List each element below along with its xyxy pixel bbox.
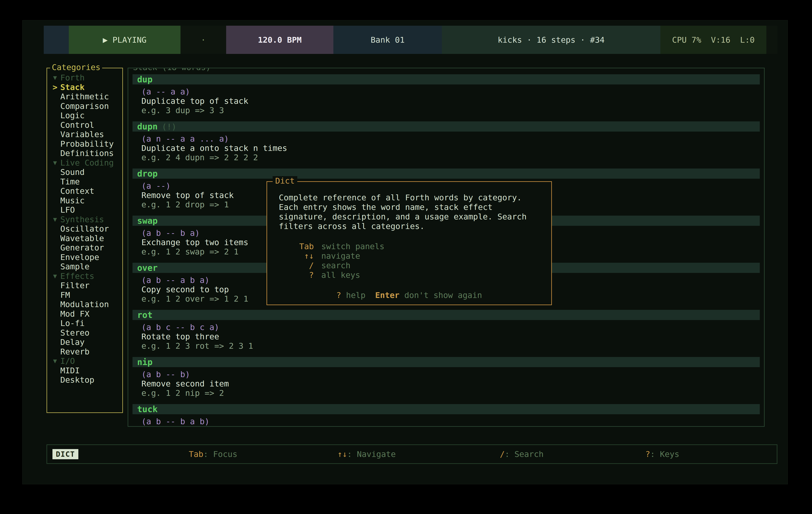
dialog-body-line: Complete reference of all Forth words by… xyxy=(279,193,543,203)
hint-focus: Tab: Focus xyxy=(189,445,237,463)
shortcut-key: / xyxy=(267,261,314,270)
sidebar-item-wavetable[interactable]: Wavetable xyxy=(47,234,122,243)
word-description: Remove second item xyxy=(133,379,760,388)
stack-effect: (a -- a a) xyxy=(133,87,760,96)
sidebar-item-envelope[interactable]: Envelope xyxy=(47,252,122,262)
word-entry-nip[interactable]: nip (a b -- b) Remove second item e.g. 1… xyxy=(133,357,760,398)
word-example: e.g. 1 2 3 rot => 2 3 1 xyxy=(133,341,760,351)
sidebar-item-time[interactable]: Time xyxy=(47,177,122,186)
sidebar-item-desktop[interactable]: Desktop xyxy=(47,375,122,385)
sidebar-item-lo-fi[interactable]: Lo-fi xyxy=(47,319,122,328)
word-name: nip xyxy=(137,357,152,367)
shortcut-desc: search xyxy=(321,261,350,270)
word-example: e.g. 2 4 dupn => 2 2 2 2 xyxy=(133,153,760,162)
shortcut-row: Tabswitch panels xyxy=(267,242,551,251)
stack-effect: (a b -- b) xyxy=(133,370,760,379)
selection-arrow-icon: > xyxy=(51,83,59,92)
sidebar-item-control[interactable]: Control xyxy=(47,120,122,130)
word-header: dupn(!) xyxy=(133,121,760,131)
shortcut-row: ↑↓navigate xyxy=(267,251,551,261)
word-name: dupn xyxy=(137,122,157,131)
sidebar-item-sample[interactable]: Sample xyxy=(47,262,122,271)
sidebar-item-delay[interactable]: Delay xyxy=(47,337,122,347)
sidebar-section-effects[interactable]: ▼Effects xyxy=(47,271,122,281)
shortcut-key: ? xyxy=(267,270,314,280)
dict-help-dialog: Dict Complete reference of all Forth wor… xyxy=(266,181,552,305)
word-name: drop xyxy=(137,169,157,179)
stack-effect: (a n -- a a ... a) xyxy=(133,134,760,144)
sidebar-section-io[interactable]: ▼I/O xyxy=(47,356,122,366)
top-status-bar: ▶ PLAYING · 120.0 BPM Bank 01 kicks · 16… xyxy=(44,26,777,54)
dialog-body: Complete reference of all Forth words by… xyxy=(279,193,543,231)
sidebar-item-fm[interactable]: FM xyxy=(47,290,122,300)
hint-keys: ?: Keys xyxy=(645,445,679,463)
dialog-body-line: filters across all categories. xyxy=(279,221,543,231)
beat-tick-indicator: · xyxy=(180,26,226,54)
word-header: nip xyxy=(133,357,760,367)
app-window: ▶ PLAYING · 120.0 BPM Bank 01 kicks · 16… xyxy=(22,20,788,484)
bank-display: Bank 01 xyxy=(334,26,442,54)
word-example: e.g. 1 2 nip => 2 xyxy=(133,388,760,398)
sidebar-item-mod-fx[interactable]: Mod FX xyxy=(47,309,122,319)
hint-search: /: Search xyxy=(500,445,544,463)
caret-down-icon: ▼ xyxy=(51,215,59,224)
dialog-footer: ? help Enter don't show again xyxy=(267,291,551,300)
categories-list: ▼Forth >Stack Arithmetic Comparison Logi… xyxy=(47,73,122,385)
categories-panel: Categories ▼Forth >Stack Arithmetic Comp… xyxy=(47,68,123,413)
sidebar-section-synthesis[interactable]: ▼Synthesis xyxy=(47,215,122,224)
dialog-title: Dict xyxy=(273,176,297,185)
stack-effect: (a b c -- b c a) xyxy=(133,323,760,332)
bottom-status-bar: DICT Tab: Focus ↑↓: Navigate /: Search ?… xyxy=(47,444,777,464)
sidebar-item-lfo[interactable]: LFO xyxy=(47,205,122,215)
word-header: drop xyxy=(133,169,760,179)
transport-status: ▶ PLAYING xyxy=(69,26,180,54)
word-name: swap xyxy=(137,216,157,225)
word-example: e.g. 3 dup => 3 3 xyxy=(133,106,760,115)
sidebar-item-definitions[interactable]: Definitions xyxy=(47,149,122,158)
caret-down-icon: ▼ xyxy=(51,158,59,168)
sidebar-item-stereo[interactable]: Stereo xyxy=(47,328,122,338)
sidebar-item-generator[interactable]: Generator xyxy=(47,243,122,252)
sidebar-item-variables[interactable]: Variables xyxy=(47,130,122,139)
topbar-filler xyxy=(766,26,777,54)
sidebar-section-live-coding[interactable]: ▼Live Coding xyxy=(47,158,122,168)
mode-badge: DICT xyxy=(53,445,78,463)
word-header: tuck xyxy=(133,404,760,414)
sidebar-item-modulation[interactable]: Modulation xyxy=(47,300,122,309)
sidebar-item-context[interactable]: Context xyxy=(47,186,122,196)
word-description: Duplicate a onto stack n times xyxy=(133,144,760,153)
word-entry-tuck[interactable]: tuck (a b -- b a b) xyxy=(133,404,760,426)
sidebar-item-arithmetic[interactable]: Arithmetic xyxy=(47,92,122,101)
sidebar-item-comparison[interactable]: Comparison xyxy=(47,101,122,111)
sidebar-section-forth[interactable]: ▼Forth xyxy=(47,73,122,83)
dialog-body-line: signature, description, and a usage exam… xyxy=(279,212,543,221)
help-key-hint: ? xyxy=(336,291,341,300)
sidebar-item-sound[interactable]: Sound xyxy=(47,168,122,177)
word-entry-dup[interactable]: dup (a -- a a) Duplicate top of stack e.… xyxy=(133,74,760,115)
sidebar-item-filter[interactable]: Filter xyxy=(47,281,122,290)
word-description: Rotate top three xyxy=(133,332,760,341)
caret-down-icon: ▼ xyxy=(51,356,59,366)
stack-effect: (a b -- b a b) xyxy=(133,417,760,426)
word-name: over xyxy=(137,263,157,273)
sidebar-item-midi[interactable]: MIDI xyxy=(47,366,122,375)
sidebar-item-oscillator[interactable]: Oscillator xyxy=(47,224,122,234)
sidebar-item-reverb[interactable]: Reverb xyxy=(47,347,122,357)
word-entry-rot[interactable]: rot (a b c -- b c a) Rotate top three e.… xyxy=(133,310,760,351)
word-header: dup xyxy=(133,74,760,85)
pattern-info: kicks · 16 steps · #34 xyxy=(442,26,660,54)
word-note: (!) xyxy=(162,122,176,131)
bpm-display: 120.0 BPM xyxy=(226,26,334,54)
sidebar-item-probability[interactable]: Probability xyxy=(47,139,122,149)
word-description: Duplicate top of stack xyxy=(133,96,760,106)
word-list-panel-title: Stack (18 words) xyxy=(131,68,212,72)
word-entry-dupn[interactable]: dupn(!) (a n -- a a ... a) Duplicate a o… xyxy=(133,121,760,162)
categories-panel-title: Categories xyxy=(50,63,102,72)
sidebar-item-stack[interactable]: >Stack xyxy=(47,83,122,92)
hint-navigate: ↑↓: Navigate xyxy=(338,445,396,463)
enter-key-hint: Enter xyxy=(375,291,399,300)
shortcut-desc: navigate xyxy=(321,251,360,261)
sidebar-item-music[interactable]: Music xyxy=(47,196,122,205)
sidebar-item-logic[interactable]: Logic xyxy=(47,111,122,120)
shortcut-key: ↑↓ xyxy=(267,251,314,261)
